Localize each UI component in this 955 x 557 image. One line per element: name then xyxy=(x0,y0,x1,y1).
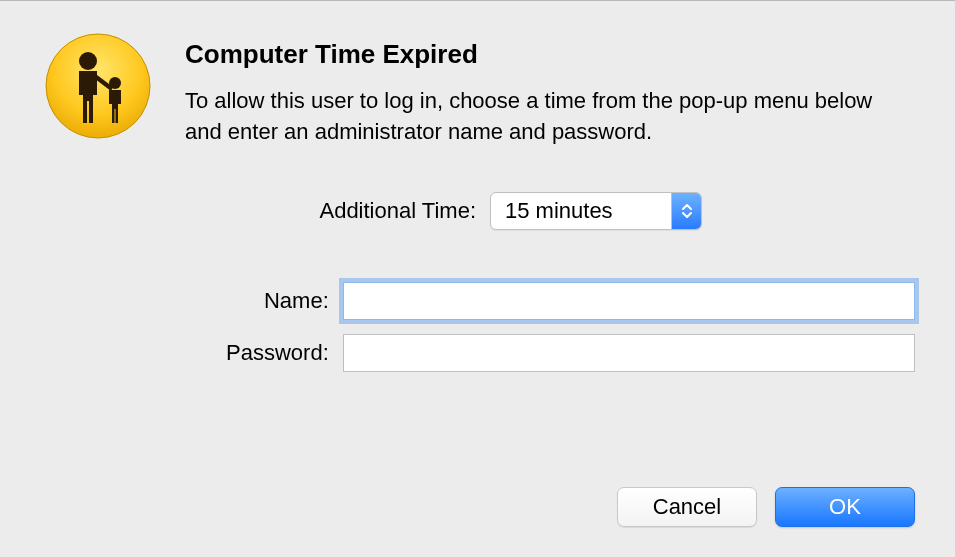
cancel-button[interactable]: Cancel xyxy=(617,487,757,527)
password-row: Password: xyxy=(40,334,915,372)
ok-button[interactable]: OK xyxy=(775,487,915,527)
additional-time-row: Additional Time: 15 minutes xyxy=(40,192,915,230)
additional-time-label: Additional Time: xyxy=(40,198,490,224)
dialog-description: To allow this user to log in, choose a t… xyxy=(185,86,885,148)
name-label: Name: xyxy=(40,288,343,314)
computer-time-expired-dialog: Computer Time Expired To allow this user… xyxy=(0,0,955,557)
dialog-buttons: Cancel OK xyxy=(617,487,915,527)
dialog-title: Computer Time Expired xyxy=(185,39,915,70)
name-field[interactable] xyxy=(343,282,915,320)
updown-icon xyxy=(671,193,701,229)
password-field[interactable] xyxy=(343,334,915,372)
svg-point-1 xyxy=(79,52,97,70)
svg-point-0 xyxy=(46,34,150,138)
additional-time-value: 15 minutes xyxy=(491,193,671,229)
password-label: Password: xyxy=(40,340,343,366)
additional-time-select[interactable]: 15 minutes xyxy=(490,192,702,230)
dialog-header: Computer Time Expired To allow this user… xyxy=(40,31,915,148)
svg-point-2 xyxy=(109,77,121,89)
parental-controls-icon xyxy=(40,31,155,141)
name-row: Name: xyxy=(40,282,915,320)
